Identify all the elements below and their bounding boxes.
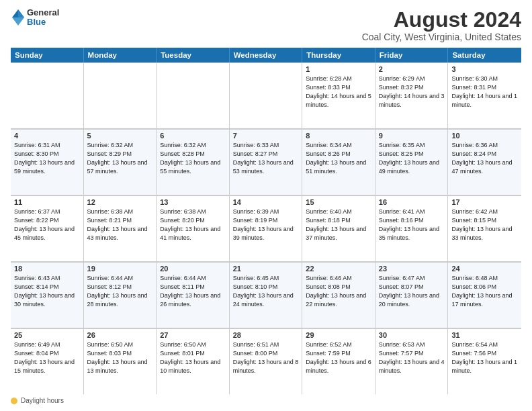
logo-text: General Blue xyxy=(27,8,59,28)
cal-cell: 15Sunrise: 6:40 AM Sunset: 8:18 PM Dayli… xyxy=(302,195,375,261)
cal-cell: 27Sunrise: 6:50 AM Sunset: 8:01 PM Dayli… xyxy=(157,328,230,394)
day-number: 10 xyxy=(451,132,518,140)
cell-info: Sunrise: 6:40 AM Sunset: 8:18 PM Dayligh… xyxy=(306,208,371,242)
cal-cell: 22Sunrise: 6:46 AM Sunset: 8:08 PM Dayli… xyxy=(302,262,375,328)
day-number: 8 xyxy=(306,132,371,140)
cal-cell: 21Sunrise: 6:45 AM Sunset: 8:10 PM Dayli… xyxy=(230,262,303,328)
cal-cell: 1Sunrise: 6:28 AM Sunset: 8:33 PM Daylig… xyxy=(302,62,375,128)
cal-cell xyxy=(157,62,230,128)
day-number: 4 xyxy=(14,132,80,140)
cell-info: Sunrise: 6:42 AM Sunset: 8:15 PM Dayligh… xyxy=(451,208,518,242)
cal-header-cell-tuesday: Tuesday xyxy=(157,48,230,62)
cal-header-cell-saturday: Saturday xyxy=(448,48,521,62)
cal-header-cell-sunday: Sunday xyxy=(11,48,84,62)
svg-marker-1 xyxy=(12,17,24,26)
cal-cell: 13Sunrise: 6:38 AM Sunset: 8:20 PM Dayli… xyxy=(157,195,230,261)
cell-info: Sunrise: 6:49 AM Sunset: 8:04 PM Dayligh… xyxy=(14,340,80,375)
cell-info: Sunrise: 6:50 AM Sunset: 8:01 PM Dayligh… xyxy=(160,340,226,375)
daylight-dot xyxy=(11,398,17,404)
day-number: 17 xyxy=(451,198,518,206)
cell-info: Sunrise: 6:31 AM Sunset: 8:30 PM Dayligh… xyxy=(14,141,80,176)
cal-row-0: 1Sunrise: 6:28 AM Sunset: 8:33 PM Daylig… xyxy=(11,62,521,129)
cal-cell: 12Sunrise: 6:38 AM Sunset: 8:21 PM Dayli… xyxy=(84,195,157,261)
cell-info: Sunrise: 6:38 AM Sunset: 8:21 PM Dayligh… xyxy=(87,208,153,242)
month-title: August 2024 xyxy=(362,8,521,32)
cell-info: Sunrise: 6:28 AM Sunset: 8:33 PM Dayligh… xyxy=(306,75,371,109)
logo-blue: Blue xyxy=(27,17,59,27)
day-number: 18 xyxy=(14,265,80,273)
cal-cell: 5Sunrise: 6:32 AM Sunset: 8:29 PM Daylig… xyxy=(84,129,157,195)
cal-cell: 14Sunrise: 6:39 AM Sunset: 8:19 PM Dayli… xyxy=(230,195,303,261)
cell-info: Sunrise: 6:33 AM Sunset: 8:27 PM Dayligh… xyxy=(233,141,299,176)
cal-cell: 25Sunrise: 6:49 AM Sunset: 8:04 PM Dayli… xyxy=(11,328,84,394)
cell-info: Sunrise: 6:38 AM Sunset: 8:20 PM Dayligh… xyxy=(160,208,226,242)
day-number: 19 xyxy=(87,265,153,273)
cal-cell: 11Sunrise: 6:37 AM Sunset: 8:22 PM Dayli… xyxy=(11,195,84,261)
day-number: 12 xyxy=(87,198,153,206)
calendar-header: SundayMondayTuesdayWednesdayThursdayFrid… xyxy=(11,48,521,62)
day-number: 25 xyxy=(14,331,80,339)
cal-cell xyxy=(11,62,84,128)
day-number: 15 xyxy=(306,198,371,206)
logo-general: General xyxy=(27,8,59,17)
page: General Blue August 2024 Coal City, West… xyxy=(0,0,532,411)
day-number: 3 xyxy=(451,65,518,73)
cal-header-cell-wednesday: Wednesday xyxy=(230,48,303,62)
cal-cell: 10Sunrise: 6:36 AM Sunset: 8:24 PM Dayli… xyxy=(448,129,521,195)
day-number: 24 xyxy=(451,265,518,273)
day-number: 7 xyxy=(233,132,299,140)
cal-cell: 7Sunrise: 6:33 AM Sunset: 8:27 PM Daylig… xyxy=(230,129,303,195)
cal-header-cell-thursday: Thursday xyxy=(302,48,375,62)
cal-header-cell-friday: Friday xyxy=(375,48,449,62)
day-number: 14 xyxy=(233,198,299,206)
day-number: 30 xyxy=(379,331,445,339)
cell-info: Sunrise: 6:52 AM Sunset: 7:59 PM Dayligh… xyxy=(306,340,371,375)
cal-cell xyxy=(230,62,303,128)
cell-info: Sunrise: 6:44 AM Sunset: 8:12 PM Dayligh… xyxy=(87,274,153,309)
day-number: 28 xyxy=(233,331,299,339)
cal-cell: 19Sunrise: 6:44 AM Sunset: 8:12 PM Dayli… xyxy=(84,262,157,328)
day-number: 16 xyxy=(379,198,445,206)
day-number: 2 xyxy=(379,65,445,73)
cal-cell: 26Sunrise: 6:50 AM Sunset: 8:03 PM Dayli… xyxy=(84,328,157,394)
cell-info: Sunrise: 6:37 AM Sunset: 8:22 PM Dayligh… xyxy=(14,208,80,242)
cell-info: Sunrise: 6:32 AM Sunset: 8:29 PM Dayligh… xyxy=(87,141,153,176)
day-number: 1 xyxy=(306,65,371,73)
cal-cell: 29Sunrise: 6:52 AM Sunset: 7:59 PM Dayli… xyxy=(302,328,375,394)
day-number: 9 xyxy=(379,132,445,140)
cal-cell: 20Sunrise: 6:44 AM Sunset: 8:11 PM Dayli… xyxy=(157,262,230,328)
day-number: 31 xyxy=(451,331,518,339)
cal-row-3: 18Sunrise: 6:43 AM Sunset: 8:14 PM Dayli… xyxy=(11,262,521,328)
cell-info: Sunrise: 6:43 AM Sunset: 8:14 PM Dayligh… xyxy=(14,274,80,309)
logo-icon xyxy=(11,8,26,27)
day-number: 22 xyxy=(306,265,371,273)
cell-info: Sunrise: 6:36 AM Sunset: 8:24 PM Dayligh… xyxy=(451,141,518,176)
cal-cell: 2Sunrise: 6:29 AM Sunset: 8:32 PM Daylig… xyxy=(375,62,449,128)
cal-row-2: 11Sunrise: 6:37 AM Sunset: 8:22 PM Dayli… xyxy=(11,195,521,262)
footer-daylight: Daylight hours xyxy=(11,397,64,404)
cell-info: Sunrise: 6:46 AM Sunset: 8:08 PM Dayligh… xyxy=(306,274,371,309)
cal-header-cell-monday: Monday xyxy=(84,48,157,62)
cell-info: Sunrise: 6:35 AM Sunset: 8:25 PM Dayligh… xyxy=(379,141,445,176)
footer: Daylight hours xyxy=(11,397,521,404)
cell-info: Sunrise: 6:50 AM Sunset: 8:03 PM Dayligh… xyxy=(87,340,153,375)
cell-info: Sunrise: 6:48 AM Sunset: 8:06 PM Dayligh… xyxy=(451,274,518,309)
cal-row-1: 4Sunrise: 6:31 AM Sunset: 8:30 PM Daylig… xyxy=(11,129,521,195)
cal-cell: 17Sunrise: 6:42 AM Sunset: 8:15 PM Dayli… xyxy=(448,195,521,261)
cal-cell: 6Sunrise: 6:32 AM Sunset: 8:28 PM Daylig… xyxy=(157,129,230,195)
cal-cell: 23Sunrise: 6:47 AM Sunset: 8:07 PM Dayli… xyxy=(375,262,449,328)
cell-info: Sunrise: 6:47 AM Sunset: 8:07 PM Dayligh… xyxy=(379,274,445,309)
day-number: 26 xyxy=(87,331,153,339)
day-number: 29 xyxy=(306,331,371,339)
cell-info: Sunrise: 6:51 AM Sunset: 8:00 PM Dayligh… xyxy=(233,340,299,375)
day-number: 27 xyxy=(160,331,226,339)
day-number: 21 xyxy=(233,265,299,273)
cell-info: Sunrise: 6:34 AM Sunset: 8:26 PM Dayligh… xyxy=(306,141,371,176)
cell-info: Sunrise: 6:32 AM Sunset: 8:28 PM Dayligh… xyxy=(160,141,226,176)
cal-cell: 9Sunrise: 6:35 AM Sunset: 8:25 PM Daylig… xyxy=(375,129,449,195)
cal-cell: 30Sunrise: 6:53 AM Sunset: 7:57 PM Dayli… xyxy=(375,328,449,394)
cell-info: Sunrise: 6:45 AM Sunset: 8:10 PM Dayligh… xyxy=(233,274,299,309)
day-number: 11 xyxy=(14,198,80,206)
day-number: 13 xyxy=(160,198,226,206)
cal-row-4: 25Sunrise: 6:49 AM Sunset: 8:04 PM Dayli… xyxy=(11,328,521,394)
